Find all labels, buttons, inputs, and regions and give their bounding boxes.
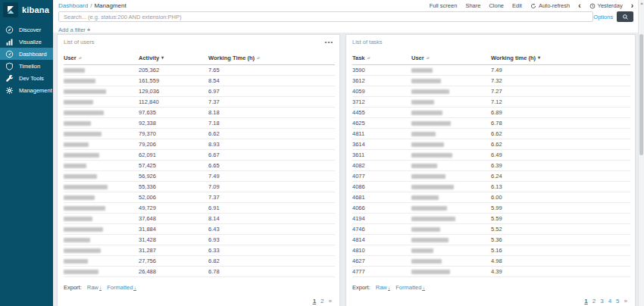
page-button-next[interactable]: »	[329, 298, 332, 304]
user-cell	[411, 65, 491, 76]
page-button-2[interactable]: 2	[592, 298, 596, 304]
time-forward-button[interactable]: ›	[631, 3, 633, 9]
download-icon: ↓	[99, 285, 102, 291]
time-back-button[interactable]: ‹	[578, 3, 580, 9]
page-button-4[interactable]: 4	[608, 298, 611, 304]
sidebar-item-dev-tools[interactable]: Dev Tools	[0, 72, 53, 84]
table-row: 4077 6.24	[352, 171, 630, 182]
working-time-cell: 6.82	[208, 256, 335, 267]
working-time-cell: 6.62	[491, 129, 630, 139]
export-raw-link[interactable]: Raw↓	[376, 284, 391, 291]
table-row: 4066 5.99	[352, 203, 630, 214]
working-time-cell: 7.49	[491, 65, 630, 76]
menu-item-clone[interactable]: Clone	[489, 2, 504, 9]
column-header-user[interactable]: User▴▾	[411, 53, 491, 65]
column-header-user[interactable]: User▴▾	[64, 53, 139, 65]
task-cell: 4810	[352, 245, 411, 256]
redacted-user-name	[411, 79, 441, 83]
scrollbar-up-arrow[interactable]: ▲	[639, 0, 644, 6]
table-row: 31,428 6.93	[64, 235, 335, 245]
auto-refresh-button[interactable]: Auto-refresh	[530, 2, 570, 9]
redacted-user-name	[411, 68, 433, 73]
column-header-task[interactable]: Task▴▾	[352, 53, 411, 65]
user-cell	[64, 214, 139, 224]
scrollbar-thumb[interactable]	[639, 34, 643, 155]
discover-icon	[5, 26, 14, 34]
task-cell: 4077	[352, 171, 411, 182]
table-row: 4455 6.89	[352, 108, 630, 118]
table-row: 3712 7.12	[352, 97, 630, 108]
panel-title: List of users	[64, 39, 94, 45]
sidebar-item-discover[interactable]: Discover	[0, 23, 53, 36]
sidebar-item-timelion[interactable]: Timelion	[0, 60, 53, 72]
user-cell	[411, 224, 491, 235]
time-picker-button[interactable]: Yesterday	[589, 2, 623, 9]
page-button-next[interactable]: »	[624, 298, 627, 304]
column-header-working-time-h[interactable]: Working time (h)▾	[491, 53, 630, 65]
panel-menu-dots[interactable]: •••	[325, 41, 333, 44]
menu-item-full-screen[interactable]: Full screen	[430, 2, 458, 9]
table-row: 3590 7.49	[352, 65, 630, 76]
activity-cell: 52,006	[139, 192, 208, 203]
redacted-user-name	[411, 111, 442, 115]
sidebar-item-dashboard[interactable]: Dashboard	[0, 48, 53, 60]
task-cell: 4681	[352, 192, 411, 203]
kibana-logo[interactable]: kibana	[0, 0, 53, 20]
search-icon	[622, 14, 629, 20]
working-time-cell: 4.39	[491, 267, 630, 277]
export-formatted-link[interactable]: Formatted↓	[107, 284, 136, 291]
task-cell: 4811	[352, 129, 411, 139]
page-button-3[interactable]: 3	[600, 298, 603, 304]
working-time-cell: 6.78	[208, 267, 335, 277]
activity-cell: 97,635	[139, 108, 208, 118]
page-button-5[interactable]: 5	[616, 298, 619, 304]
page-button-1[interactable]: 1	[584, 298, 587, 304]
export-raw-link[interactable]: Raw↓	[87, 284, 102, 291]
page-button-1[interactable]: 1	[313, 298, 316, 304]
export-formatted-link[interactable]: Formatted↓	[395, 284, 425, 291]
options-link[interactable]: Options	[593, 14, 613, 20]
table-row: 161,559 8.54	[64, 76, 335, 86]
breadcrumb-dashboard-link[interactable]: Dashboard	[58, 2, 88, 9]
activity-cell: 37,648	[139, 214, 208, 224]
sidebar-item-management[interactable]: Management	[0, 84, 53, 96]
column-header-activity[interactable]: Activity▾	[139, 53, 208, 65]
task-cell: 4455	[352, 108, 411, 118]
working-time-cell: 7.37	[208, 97, 335, 108]
page-button-2[interactable]: 2	[320, 298, 324, 304]
menu-item-edit[interactable]: Edit	[512, 2, 522, 9]
clock-icon	[589, 3, 596, 9]
user-cell	[64, 86, 139, 97]
task-cell: 3612	[352, 76, 411, 86]
working-time-cell: 6.24	[491, 171, 630, 182]
user-cell	[64, 97, 139, 108]
sidebar-item-label: Discover	[19, 27, 41, 33]
user-cell	[411, 267, 491, 277]
sort-icon: ▴▾	[257, 56, 260, 60]
tasks-pagination: 12345»	[354, 298, 627, 304]
redacted-user-name	[64, 174, 97, 179]
user-cell	[64, 161, 139, 171]
redacted-user-name	[64, 185, 108, 189]
redacted-user-name	[411, 142, 444, 147]
search-button[interactable]	[617, 11, 633, 22]
activity-cell: 161,559	[139, 76, 208, 86]
redacted-user-name	[64, 248, 101, 253]
table-row: 4059 7.27	[352, 86, 630, 97]
working-time-cell: 5.99	[491, 203, 630, 214]
menu-item-share[interactable]: Share	[465, 2, 480, 9]
table-row: 4811 6.62	[352, 129, 630, 139]
export-row: Export:Raw↓Formatted↓	[64, 284, 333, 291]
task-cell: 4066	[352, 203, 411, 214]
search-input[interactable]	[58, 11, 593, 22]
working-time-cell: 8.18	[208, 108, 335, 118]
sort-desc-icon: ▾	[538, 55, 540, 60]
column-header-working-time-h[interactable]: Working Time (h)▴▾	[208, 53, 335, 65]
task-cell: 4194	[352, 214, 411, 224]
task-cell: 4059	[352, 86, 411, 97]
table-row: 205,362 7.65	[64, 65, 335, 76]
sidebar-item-visualize[interactable]: Visualize	[0, 36, 53, 48]
activity-cell: 62,091	[139, 150, 208, 161]
working-time-cell: 4.98	[491, 256, 630, 267]
activity-cell: 26,488	[139, 267, 208, 277]
